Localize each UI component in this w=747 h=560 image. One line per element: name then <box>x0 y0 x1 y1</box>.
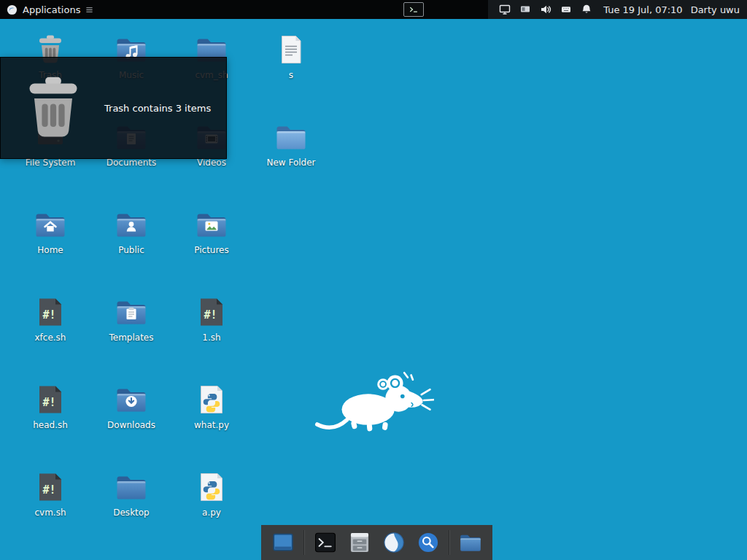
icon-label: File System <box>26 158 76 168</box>
svg-text:#!: #! <box>42 483 55 497</box>
icon-label: cvm.sh <box>34 508 66 518</box>
desktop-icon-pictures[interactable]: Pictures <box>175 207 248 256</box>
dock-separator <box>449 530 450 555</box>
applications-menu-label: Applications <box>23 4 80 15</box>
icon-label: 1.sh <box>202 333 220 343</box>
terminal-icon <box>313 530 338 555</box>
icon-label: what.py <box>194 421 229 431</box>
trash-tooltip: Trash contains 3 items <box>0 57 227 159</box>
icon-label: Documents <box>107 158 156 168</box>
svg-text:#!: #! <box>204 308 217 322</box>
panel-username[interactable]: Darty uwu <box>691 4 740 15</box>
script-icon: #! <box>33 382 68 417</box>
top-panel: Applications Tue 19 Jul, 07:10 Darty uwu <box>0 0 747 19</box>
folder-icon <box>114 470 149 505</box>
workspaces-tray-icon[interactable] <box>519 4 531 16</box>
browser-icon <box>382 530 406 555</box>
icon-label: s <box>289 71 293 81</box>
desktop-icon-s[interactable]: s <box>255 32 328 81</box>
folder-new-icon <box>274 120 309 155</box>
dock <box>261 525 492 560</box>
folder-icon <box>114 382 149 417</box>
desktop-icon-public[interactable]: Public <box>95 207 168 256</box>
desktop-icon-new-folder[interactable]: New Folder <box>255 120 328 168</box>
svg-text:#!: #! <box>42 396 55 409</box>
dock-show-desktop-button[interactable] <box>269 529 297 556</box>
desktop-icon-a-py[interactable]: a.py <box>175 470 248 518</box>
volume-tray-icon[interactable] <box>539 4 551 16</box>
desktop-icon-downloads[interactable]: Downloads <box>95 382 168 431</box>
icon-label: Downloads <box>107 421 155 431</box>
dock-separator <box>303 530 305 555</box>
icon-label: Pictures <box>194 246 229 256</box>
folder-icon <box>114 295 149 330</box>
notifications-tray-icon[interactable] <box>580 4 592 16</box>
icon-label: a.py <box>202 508 221 518</box>
desktop-icon-head-sh[interactable]: #!head.sh <box>14 382 87 431</box>
dock-browser-button[interactable] <box>380 529 408 556</box>
folder-icon <box>114 207 149 242</box>
applications-menu-button[interactable]: Applications <box>0 0 100 19</box>
icon-label: Home <box>37 246 63 256</box>
icon-label: Public <box>118 246 144 256</box>
xubuntu-logo-icon <box>7 4 18 15</box>
python-icon <box>194 470 229 505</box>
desktop-icon-1-sh[interactable]: #!1.sh <box>175 295 248 343</box>
dock-file-manager-button[interactable] <box>346 529 374 556</box>
script-icon: #! <box>33 295 68 330</box>
search-icon <box>416 530 441 555</box>
icon-label: Templates <box>109 333 153 343</box>
icon-label: Videos <box>197 158 226 168</box>
python-icon <box>194 382 229 417</box>
panel-system-tray: Tue 19 Jul, 07:10 Darty uwu <box>488 0 747 19</box>
terminal-launcher-button[interactable] <box>403 2 424 17</box>
dock-search-button[interactable] <box>414 529 442 556</box>
menu-lines-icon <box>85 6 93 14</box>
trash-icon <box>15 70 91 146</box>
folder-icon <box>33 207 68 242</box>
desktop-icon-desktop[interactable]: Desktop <box>95 470 168 518</box>
icon-label: Desktop <box>113 508 150 518</box>
keyboard-tray-icon[interactable] <box>560 4 572 16</box>
icon-label: xfce.sh <box>35 333 66 343</box>
svg-text:#!: #! <box>42 308 55 322</box>
show-desktop-icon <box>271 530 295 555</box>
dock-terminal-button[interactable] <box>311 529 339 556</box>
desktop-icon-templates[interactable]: Templates <box>95 295 168 343</box>
display-tray-icon[interactable] <box>498 4 511 16</box>
desktop-icon-xfce-sh[interactable]: #!xfce.sh <box>14 295 87 343</box>
desktop-icon-cvm-sh[interactable]: #!cvm.sh <box>14 470 87 518</box>
file-folder-icon <box>458 530 483 555</box>
icon-label: New Folder <box>266 158 315 168</box>
file-manager-icon <box>347 530 372 555</box>
desktop-icon-home[interactable]: Home <box>14 207 87 256</box>
textfile-icon <box>274 32 309 67</box>
panel-clock[interactable]: Tue 19 Jul, 07:10 <box>603 4 682 15</box>
folder-icon <box>194 207 229 242</box>
icon-label: head.sh <box>33 421 68 431</box>
script-icon: #! <box>33 470 68 505</box>
script-icon: #! <box>194 295 229 330</box>
desktop-icon-what-py[interactable]: what.py <box>175 382 248 431</box>
tooltip-text: Trash contains 3 items <box>104 103 211 114</box>
dock-file-folder-button[interactable] <box>457 529 484 556</box>
